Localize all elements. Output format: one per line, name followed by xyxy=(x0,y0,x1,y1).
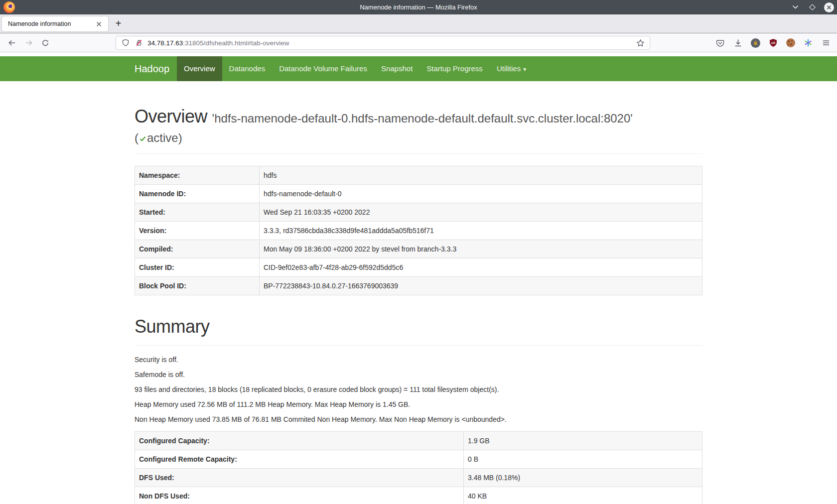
insecure-lock-icon[interactable] xyxy=(134,38,144,48)
hadoop-navbar: Hadoop OverviewDatanodesDatanode Volume … xyxy=(0,56,837,81)
caret-down-icon: ▾ xyxy=(523,64,526,74)
active-tab[interactable]: Namenode information xyxy=(2,16,108,31)
page-content: Overview 'hdfs-namenode-default-0.hdfs-n… xyxy=(127,106,710,504)
row-value: Mon May 09 18:36:00 +0200 2022 by stevel… xyxy=(260,240,702,258)
summary-lines: Security is off.Safemode is off.93 files… xyxy=(135,355,702,424)
row-label: Version: xyxy=(135,222,260,240)
summary-line: Security is off. xyxy=(135,355,702,365)
web-page: Hadoop OverviewDatanodesDatanode Volume … xyxy=(0,53,837,504)
table-row: DFS Used:3.48 MB (0.18%) xyxy=(135,469,702,487)
window-minimize-icon[interactable] xyxy=(790,2,800,12)
nav-item-startup-progress[interactable]: Startup Progress xyxy=(419,56,490,82)
url-path: :31805/dfshealth.html#tab-overview xyxy=(183,39,289,47)
table-row: Namespace:hdfs xyxy=(135,166,702,185)
table-row: Non DFS Used:40 KB xyxy=(135,487,702,504)
nav-item-datanode-volume-failures[interactable]: Datanode Volume Failures xyxy=(272,56,374,82)
navbar-items: OverviewDatanodesDatanode Volume Failure… xyxy=(177,56,533,82)
row-label: DFS Used: xyxy=(135,469,464,487)
forward-icon[interactable] xyxy=(22,36,36,50)
table-row: Block Pool ID:BP-772238843-10.84.0.27-16… xyxy=(135,277,702,295)
new-tab-button[interactable]: + xyxy=(112,17,125,30)
row-value: 1.9 GB xyxy=(464,432,702,450)
namenode-info-table: Namespace:hdfsNamenode ID:hdfs-namenode-… xyxy=(135,166,702,295)
row-label: Compiled: xyxy=(135,240,260,258)
table-row: Version:3.3.3, rd37586cbda38c338d9fe481a… xyxy=(135,222,702,240)
url-bar[interactable]: 34.78.17.63:31805/dfshealth.html#tab-ove… xyxy=(116,36,650,50)
row-label: Block Pool ID: xyxy=(135,277,260,295)
nav-item-overview[interactable]: Overview xyxy=(177,56,222,82)
window-maximize-icon[interactable] xyxy=(807,2,817,12)
table-row: Compiled:Mon May 09 18:36:00 +0200 2022 … xyxy=(135,240,702,258)
browser-window: Namenode information — Mozilla Firefox N… xyxy=(0,0,837,504)
row-value: 3.3.3, rd37586cbda38c338d9fe481addda5a05… xyxy=(260,222,702,240)
nav-item-snapshot[interactable]: Snapshot xyxy=(374,56,419,82)
row-label: Non DFS Used: xyxy=(135,487,464,504)
row-value: 3.48 MB (0.18%) xyxy=(464,469,702,487)
row-value: CID-9ef02e83-afb7-4f28-ab29-6f592d5dd5c6 xyxy=(260,258,702,277)
summary-line: Heap Memory used 72.56 MB of 111.2 MB He… xyxy=(135,399,702,409)
row-label: Cluster ID: xyxy=(135,258,260,277)
privacy-extension-icon[interactable] xyxy=(751,38,760,48)
tracking-shield-icon[interactable] xyxy=(121,38,131,48)
table-row: Configured Capacity:1.9 GB xyxy=(135,432,702,450)
browser-toolbar: 34.78.17.63:31805/dfshealth.html#tab-ove… xyxy=(0,34,837,52)
row-label: Configured Capacity: xyxy=(135,432,464,450)
row-value: Wed Sep 21 16:03:35 +0200 2022 xyxy=(260,203,702,222)
nav-item-utilities[interactable]: Utilities▾ xyxy=(490,56,533,82)
pocket-icon[interactable] xyxy=(715,38,725,48)
window-close-icon[interactable] xyxy=(824,2,834,12)
overview-title: Overview xyxy=(135,106,207,126)
namenode-address: 'hdfs-namenode-default-0.hdfs-namenode-d… xyxy=(212,112,633,125)
window-title: Namenode information — Mozilla Firefox xyxy=(0,0,837,14)
summary-line: Safemode is off. xyxy=(135,370,702,379)
summary-line: 93 files and directories, 18 blocks (18 … xyxy=(135,384,702,394)
cookie-extension-icon[interactable] xyxy=(786,38,795,47)
back-icon[interactable] xyxy=(5,36,19,50)
navbar-brand[interactable]: Hadoop xyxy=(135,56,177,82)
overview-heading: Overview 'hdfs-namenode-default-0.hdfs-n… xyxy=(135,106,702,127)
bookmark-star-icon[interactable] xyxy=(635,38,645,48)
status-label: active xyxy=(147,131,178,144)
svg-text:uO: uO xyxy=(771,41,776,44)
tab-strip: Namenode information + xyxy=(0,14,837,33)
namenode-status: (active) xyxy=(135,131,702,145)
row-value: BP-772238843-10.84.0.27-1663769003639 xyxy=(260,277,702,295)
url-host: 34.78.17.63 xyxy=(147,39,183,47)
row-value: hdfs xyxy=(260,166,702,185)
summary-line: Non Heap Memory used 73.85 MB of 76.81 M… xyxy=(135,414,702,424)
table-row: Started:Wed Sep 21 16:03:35 +0200 2022 xyxy=(135,203,702,222)
url-text: 34.78.17.63:31805/dfshealth.html#tab-ove… xyxy=(147,39,632,47)
row-value: hdfs-namenode-default-0 xyxy=(260,185,702,203)
row-value: 0 B xyxy=(464,450,702,469)
ublock-origin-icon[interactable]: uO xyxy=(768,38,778,48)
active-check-icon xyxy=(139,131,146,145)
row-label: Namenode ID: xyxy=(135,185,260,203)
divider xyxy=(135,153,702,154)
container-asterisk-icon[interactable] xyxy=(803,38,813,48)
downloads-icon[interactable] xyxy=(733,38,743,48)
row-label: Namespace: xyxy=(135,166,260,185)
reload-icon[interactable] xyxy=(38,36,52,50)
table-row: Configured Remote Capacity:0 B xyxy=(135,450,702,469)
table-row: Namenode ID:hdfs-namenode-default-0 xyxy=(135,185,702,203)
table-row: Cluster ID:CID-9ef02e83-afb7-4f28-ab29-6… xyxy=(135,258,702,277)
row-label: Configured Remote Capacity: xyxy=(135,450,464,469)
row-value: 40 KB xyxy=(464,487,702,504)
row-label: Started: xyxy=(135,203,260,222)
tab-close-icon[interactable] xyxy=(94,19,104,29)
capacity-table: Configured Capacity:1.9 GBConfigured Rem… xyxy=(135,431,702,504)
nav-item-datanodes[interactable]: Datanodes xyxy=(222,56,273,82)
window-titlebar: Namenode information — Mozilla Firefox xyxy=(0,0,837,14)
menu-hamburger-icon[interactable] xyxy=(821,38,831,48)
summary-heading: Summary xyxy=(135,316,702,337)
divider xyxy=(135,345,702,346)
tab-title: Namenode information xyxy=(8,20,94,27)
